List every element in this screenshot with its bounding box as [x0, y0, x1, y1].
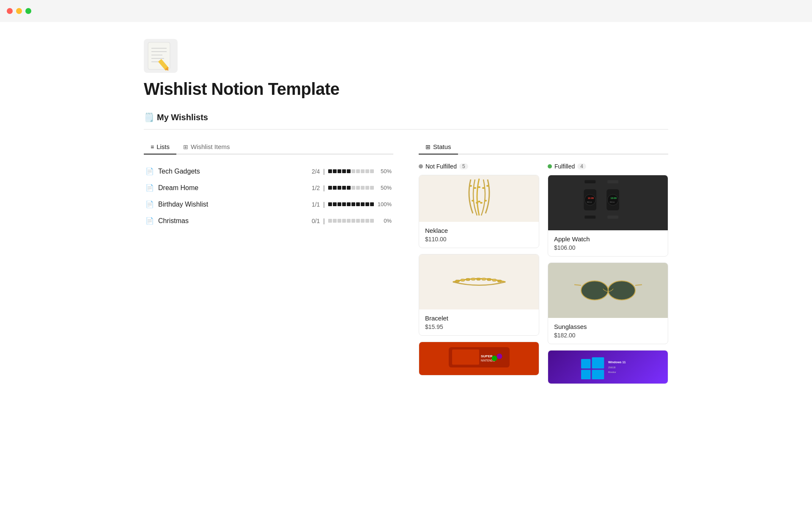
page-title: Wishlist Notion Template [144, 80, 668, 99]
svg-point-10 [478, 186, 480, 188]
fulfilled-header: Fulfilled 4 [548, 163, 668, 170]
not-fulfilled-header: Not Fulfilled 5 [419, 163, 539, 170]
card-image-windows: Windows 11 256GB Monitor [548, 351, 668, 384]
section-heading: 🗒️ My Wishlists [144, 112, 668, 122]
svg-rect-33 [584, 180, 595, 183]
list-item[interactable]: 📄 Birthday Wishlist 1/1 | [144, 196, 393, 213]
close-button[interactable] [7, 8, 13, 14]
svg-rect-41 [607, 215, 618, 218]
tab-lists[interactable]: ≡ Lists [144, 140, 176, 155]
status-tab-icon: ⊞ [425, 144, 431, 150]
svg-point-13 [472, 200, 474, 202]
svg-line-51 [635, 284, 642, 285]
right-tabs: ⊞ Status [419, 140, 668, 155]
svg-point-44 [607, 194, 618, 205]
card-body: Apple Watch $106.00 [548, 230, 668, 256]
fulfilled-column: Fulfilled 4 [548, 163, 668, 390]
card-image-necklace [419, 175, 539, 222]
not-fulfilled-dot [419, 164, 423, 168]
list-item[interactable]: 📄 Christmas 0/1 | [144, 213, 393, 229]
fulfilled-dot [548, 164, 552, 168]
svg-text:10:09: 10:09 [610, 197, 616, 199]
wishlist-card[interactable]: Windows 11 256GB Monitor [548, 350, 668, 384]
svg-text:FRI 14: FRI 14 [609, 202, 614, 203]
card-body: Sunglasses $182.00 [548, 318, 668, 344]
list-item-meta: 0/1 | [312, 218, 392, 224]
svg-point-16 [480, 202, 483, 204]
svg-point-49 [608, 281, 635, 300]
svg-rect-53 [592, 357, 604, 368]
card-image-watch: 10:09 FRI 14 10:09 FRI 14 [548, 175, 668, 230]
not-fulfilled-column: Not Fulfilled 5 [419, 163, 539, 390]
card-image-bracelet [419, 254, 539, 309]
svg-rect-55 [592, 370, 604, 379]
svg-rect-23 [482, 278, 486, 280]
list-item[interactable]: 📄 Dream Home 1/2 | [144, 179, 393, 196]
lists-tab-icon: ≡ [151, 144, 154, 150]
wishlist-card[interactable]: Bracelet $15.95 [419, 254, 539, 336]
svg-point-48 [581, 281, 608, 300]
svg-point-31 [497, 353, 502, 359]
list-item-meta: 2/4 | [312, 168, 392, 175]
maximize-button[interactable] [25, 8, 31, 14]
svg-text:Windows 11: Windows 11 [608, 360, 625, 364]
svg-rect-26 [497, 280, 501, 282]
list-item-meta: 1/1 | [312, 201, 392, 208]
card-body: Neklace $110.00 [419, 222, 539, 248]
svg-rect-28 [452, 350, 479, 365]
svg-line-50 [574, 284, 581, 285]
main-content: Wishlist Notion Template 🗒️ My Wishlists… [110, 22, 702, 407]
svg-point-8 [469, 185, 472, 187]
svg-rect-21 [471, 278, 475, 280]
svg-rect-18 [455, 280, 459, 282]
svg-rect-22 [476, 278, 480, 280]
svg-point-14 [476, 202, 478, 204]
svg-point-37 [584, 194, 595, 205]
progress-track [328, 169, 374, 173]
progress-track [328, 186, 374, 190]
section-divider [144, 129, 668, 130]
svg-point-9 [474, 187, 476, 189]
list-item[interactable]: 📄 Tech Gadgets 2/4 | [144, 163, 393, 179]
list-item-doc-icon: 📄 [145, 200, 154, 208]
lists-panel: ≡ Lists ⊞ Wishlist Items 📄 Tech Gadgets … [144, 140, 393, 229]
tab-status[interactable]: ⊞ Status [419, 140, 458, 155]
wishlist-card[interactable]: Sunglasses $182.00 [548, 262, 668, 344]
tab-wishlist-items[interactable]: ⊞ Wishlist Items [176, 140, 237, 155]
svg-rect-54 [581, 370, 590, 379]
list-item-doc-icon: 📄 [145, 184, 154, 192]
wishlist-card[interactable]: SUPER NINTENDO [419, 342, 539, 375]
svg-rect-52 [581, 359, 590, 368]
card-image-sunglasses [548, 263, 668, 318]
svg-text:FRI 14: FRI 14 [587, 202, 591, 203]
wishlist-card[interactable]: 10:09 FRI 14 10:09 FRI 14 [548, 175, 668, 257]
svg-rect-40 [607, 180, 618, 183]
progress-track [328, 202, 374, 206]
svg-text:Monitor: Monitor [608, 371, 616, 373]
card-body: Bracelet $15.95 [419, 309, 539, 335]
wishlist-items-tab-icon: ⊞ [183, 144, 188, 150]
section-icon: 🗒️ [144, 112, 154, 122]
svg-text:10:09: 10:09 [587, 197, 593, 199]
svg-rect-25 [492, 279, 496, 281]
status-columns: Not Fulfilled 5 [419, 163, 668, 390]
status-panel: ⊞ Status Not Fulfilled 5 [419, 140, 668, 390]
wishlist-card[interactable]: Neklace $110.00 [419, 175, 539, 248]
lists-container: 📄 Tech Gadgets 2/4 | [144, 163, 393, 229]
titlebar [0, 0, 812, 22]
svg-rect-34 [584, 215, 595, 218]
list-item-meta: 1/2 | [312, 185, 392, 191]
svg-rect-24 [487, 278, 491, 280]
svg-point-17 [484, 200, 487, 202]
list-item-doc-icon: 📄 [145, 167, 154, 175]
left-tabs: ≡ Lists ⊞ Wishlist Items [144, 140, 393, 155]
svg-rect-19 [461, 279, 464, 281]
svg-point-11 [482, 187, 485, 189]
svg-rect-20 [466, 278, 469, 280]
svg-text:SUPER: SUPER [481, 354, 493, 358]
list-item-doc-icon: 📄 [145, 217, 154, 225]
minimize-button[interactable] [16, 8, 22, 14]
svg-text:256GB: 256GB [608, 366, 616, 369]
card-image-snes: SUPER NINTENDO [419, 342, 539, 375]
two-col-layout: ≡ Lists ⊞ Wishlist Items 📄 Tech Gadgets … [144, 140, 668, 390]
